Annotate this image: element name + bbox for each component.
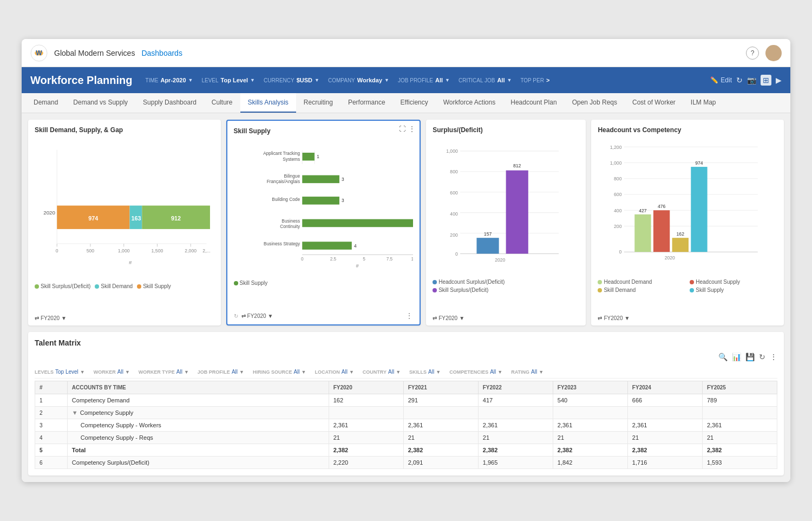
filter-rating-value[interactable]: All xyxy=(531,369,537,375)
chart1-fy-selector[interactable]: ⇄FY2020▼ xyxy=(35,315,67,321)
row-1-fy2024: 666 xyxy=(627,394,702,407)
tab-performance[interactable]: Performance xyxy=(340,93,393,113)
svg-text:1,500: 1,500 xyxy=(152,248,163,253)
filter-country-caret[interactable]: ▼ xyxy=(396,369,401,375)
row-4-fy2025: 21 xyxy=(702,432,777,444)
filter-levels-caret[interactable]: ▼ xyxy=(80,369,85,375)
filter-levels-value[interactable]: Top Level xyxy=(55,369,78,375)
filter-country-label: COUNTRY xyxy=(363,369,387,375)
filter-skills-caret[interactable]: ▼ xyxy=(436,369,441,375)
camera-icon[interactable]: 📷 xyxy=(747,76,756,84)
filter-job-profile-caret[interactable]: ▼ xyxy=(239,369,244,375)
tab-skills-analysis[interactable]: Skills Analysis xyxy=(240,93,296,113)
svg-text:Business: Business xyxy=(281,218,300,224)
tab-headcount-plan[interactable]: Headcount Plan xyxy=(503,93,564,113)
tab-efficiency[interactable]: Efficiency xyxy=(393,93,436,113)
svg-text:163: 163 xyxy=(131,215,141,222)
row-2-fy2021 xyxy=(403,407,478,419)
svg-text:2020: 2020 xyxy=(495,257,505,263)
row-label-1: Competency Demand xyxy=(67,394,329,407)
video-icon[interactable]: ▶ xyxy=(776,76,782,84)
grid-icon[interactable]: ⊞ xyxy=(761,75,771,86)
expand-icon[interactable]: ⛶ xyxy=(399,125,405,133)
chart4-legend-sd: Skill Demand xyxy=(598,287,685,293)
filter-job-profile-value[interactable]: All xyxy=(232,369,238,375)
chart2-legend: Skill Supply xyxy=(234,280,268,286)
talent-matrix-section: Talent Matrix 🔍 📊 💾 ↻ ⋮ LEVELS Top Level… xyxy=(28,332,784,476)
filter-hiring-source-value[interactable]: All xyxy=(293,369,299,375)
search-icon[interactable]: 🔍 xyxy=(718,353,728,361)
more-icon[interactable]: ⋮ xyxy=(409,125,415,133)
svg-text:Business Strategy: Business Strategy xyxy=(264,241,300,246)
filter-hiring-source-caret[interactable]: ▼ xyxy=(302,369,306,375)
chart3-legend-headcount: Headcount Surplus/(Deficit) xyxy=(433,279,579,285)
row-3-fy2023: 2,361 xyxy=(553,419,627,432)
more-table-icon[interactable]: ⋮ xyxy=(770,353,777,361)
save-icon[interactable]: 💾 xyxy=(745,353,755,361)
row-3-fy2021: 2,361 xyxy=(403,419,478,432)
talent-matrix-table: # ACCOUNTS BY TIME FY2020 FY2021 FY2022 … xyxy=(35,381,777,469)
filter-rating-caret[interactable]: ▼ xyxy=(539,369,543,375)
currency-filter[interactable]: CURRENCY $USD ▼ xyxy=(264,77,319,83)
filter-worker-value[interactable]: All xyxy=(117,369,123,375)
chart2-more-icon[interactable]: ⋮ xyxy=(405,311,413,320)
job-profile-filter[interactable]: JOB PROFILE All ▼ xyxy=(398,77,450,83)
tab-cost-of-worker[interactable]: Cost of Worker xyxy=(625,93,683,113)
tab-demand-vs-supply[interactable]: Demand vs Supply xyxy=(66,93,135,113)
chart4-legend-hd: Headcount Demand xyxy=(598,279,685,285)
tab-culture[interactable]: Culture xyxy=(204,93,240,113)
filter-worker-caret[interactable]: ▼ xyxy=(125,369,130,375)
refresh-table-icon[interactable]: ↻ xyxy=(759,353,765,361)
tab-demand[interactable]: Demand xyxy=(26,93,66,113)
table-row: 1 Competency Demand 162 291 417 540 666 … xyxy=(35,394,777,407)
chart3-fy-selector[interactable]: ⇄FY2020▼ xyxy=(433,315,464,321)
refresh-icon[interactable]: ↻ xyxy=(736,76,743,84)
svg-text:3: 3 xyxy=(342,198,344,203)
svg-text:Applicant Tracking: Applicant Tracking xyxy=(263,151,300,156)
row-3-fy2022: 2,361 xyxy=(478,419,553,432)
filter-worker-type-value[interactable]: All xyxy=(176,369,182,375)
row-4-fy2021: 21 xyxy=(403,432,478,444)
company-filter[interactable]: COMPANY Workday ▼ xyxy=(328,77,389,83)
time-filter[interactable]: TIME Apr-2020 ▼ xyxy=(146,77,193,83)
user-avatar[interactable] xyxy=(765,45,782,61)
critical-job-filter[interactable]: CRITICAL JOB All ▼ xyxy=(459,77,512,83)
filter-job-profile-label: JOB PROFILE xyxy=(198,369,230,375)
filter-skills-value[interactable]: All xyxy=(428,369,434,375)
refresh-small-icon[interactable]: ↻ xyxy=(234,313,238,319)
svg-text:800: 800 xyxy=(450,169,459,174)
filter-competencies-value[interactable]: All xyxy=(490,369,496,375)
tab-ilm-map[interactable]: ILM Map xyxy=(683,93,724,113)
chart4-fy-selector[interactable]: ⇄FY2020▼ xyxy=(598,315,630,321)
tab-supply-dashboard[interactable]: Supply Dashboard xyxy=(135,93,204,113)
row-4-fy2024: 21 xyxy=(627,432,702,444)
tab-recruiting[interactable]: Recruiting xyxy=(296,93,340,113)
tab-workforce-actions[interactable]: Workforce Actions xyxy=(436,93,503,113)
row-2-fy2022 xyxy=(478,407,553,419)
row-3-fy2025: 2,361 xyxy=(702,419,777,432)
filter-competencies-caret[interactable]: ▼ xyxy=(497,369,502,375)
svg-rect-84 xyxy=(653,210,670,252)
tab-open-job-reqs[interactable]: Open Job Reqs xyxy=(565,93,625,113)
svg-point-2 xyxy=(770,48,777,54)
edit-button[interactable]: ✏️ Edit xyxy=(710,76,732,84)
filter-hiring-source-label: HIRING SOURCE xyxy=(253,369,292,375)
row-4-fy2022: 21 xyxy=(478,432,553,444)
svg-text:2,...: 2,... xyxy=(202,248,210,253)
svg-text:812: 812 xyxy=(513,163,521,168)
row-6-fy2024: 1,716 xyxy=(627,457,702,469)
export-icon[interactable]: 📊 xyxy=(732,353,741,361)
row-2-fy2020 xyxy=(329,407,403,419)
svg-text:0: 0 xyxy=(455,251,458,257)
level-filter[interactable]: LEVEL Top Level ▼ xyxy=(201,77,255,83)
top-per-filter[interactable]: TOP PER > xyxy=(520,77,549,83)
chart2-fy-selector[interactable]: ⇄FY2020▼ xyxy=(241,313,273,319)
filter-location-value[interactable]: All xyxy=(342,369,348,375)
dashboards-link[interactable]: Dashboards xyxy=(141,49,182,57)
svg-text:1,200: 1,200 xyxy=(610,145,622,150)
filter-location-caret[interactable]: ▼ xyxy=(349,369,354,375)
svg-text:400: 400 xyxy=(450,211,459,217)
filter-country-value[interactable]: All xyxy=(388,369,394,375)
filter-worker-type-caret[interactable]: ▼ xyxy=(184,369,189,375)
help-icon[interactable]: ? xyxy=(746,47,759,60)
